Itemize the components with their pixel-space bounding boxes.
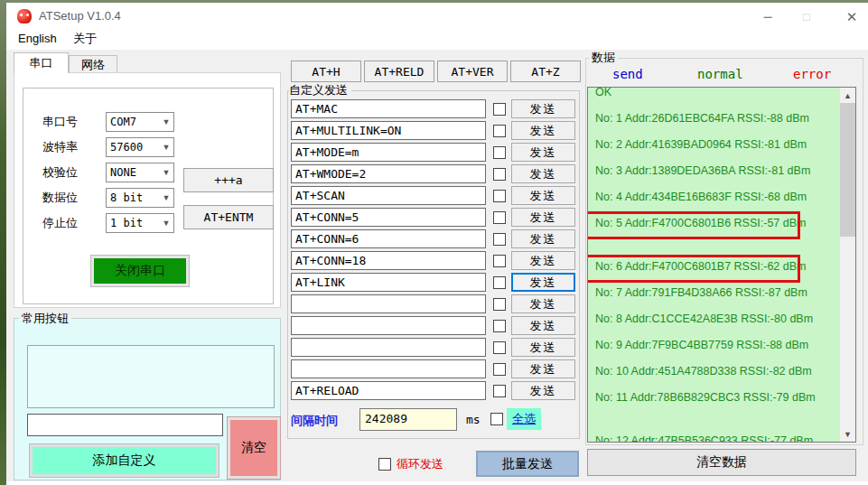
tab-network[interactable]: 网络	[69, 55, 117, 73]
at-ver-button[interactable]: AT+VER	[437, 61, 508, 82]
send-button[interactable]: 发送	[511, 208, 575, 227]
send-button[interactable]: 发送	[511, 229, 575, 248]
command-input[interactable]: AT+SCAN	[291, 186, 486, 205]
clear-data-button[interactable]: 清空数据	[587, 449, 856, 476]
command-row: AT+WMODE=2发送	[291, 164, 576, 183]
command-checkbox[interactable]	[493, 320, 506, 332]
data-line: No: 8 Addr:C1CCE42A8E3B RSSI:-80 dBm	[588, 306, 840, 332]
command-checkbox[interactable]	[493, 168, 506, 181]
loop-send-checkbox[interactable]	[378, 458, 391, 471]
select-all-label[interactable]: 全选	[507, 408, 541, 430]
serial-field-row: 波特率57600▼	[34, 137, 179, 157]
custom-command-input[interactable]	[27, 414, 223, 436]
command-input[interactable]	[291, 338, 486, 357]
field-label: 波特率	[34, 139, 106, 155]
command-checkbox[interactable]	[493, 385, 506, 397]
common-buttons-list[interactable]	[27, 345, 275, 408]
menu-about[interactable]: 关于	[70, 30, 100, 48]
menubar: English 关于	[6, 25, 868, 50]
at-z-button[interactable]: AT+Z	[510, 61, 581, 82]
command-checkbox[interactable]	[493, 341, 506, 354]
command-checkbox[interactable]	[493, 255, 506, 267]
menu-english[interactable]: English	[14, 30, 61, 48]
data-line-highlighted: No: 5 Addr:F4700C6801B6 RSSI:-57 dBm	[588, 210, 840, 237]
field-dropdown[interactable]: 8 bit▼	[106, 188, 174, 208]
interval-input[interactable]: 242089	[359, 408, 457, 431]
data-line: No: 9 Addr:7F9BC4BB7759 RSSI:-88 dBm	[588, 332, 840, 359]
field-label: 数据位	[34, 190, 106, 206]
send-button[interactable]: 发送	[511, 121, 575, 140]
at-reld-button[interactable]: AT+RELD	[364, 61, 434, 82]
batch-send-button[interactable]: 批量发送	[476, 451, 579, 477]
data-scrollbar[interactable]: ▲ ▼	[840, 88, 855, 442]
send-button[interactable]: 发送	[511, 294, 575, 313]
command-row: 发送	[291, 316, 576, 335]
command-input[interactable]	[291, 316, 486, 335]
interval-label: 间隔时间	[291, 413, 338, 429]
at-entm-button[interactable]: AT+ENTM	[183, 205, 274, 229]
legend-send: send	[612, 67, 643, 81]
scrollbar-thumb[interactable]	[840, 103, 855, 237]
select-all-wrap: 全选	[490, 407, 541, 431]
send-button[interactable]: 发送	[511, 316, 575, 335]
command-checkbox[interactable]	[493, 276, 506, 289]
dropdown-value: 1 bit	[107, 217, 159, 229]
tab-serial[interactable]: 串口	[14, 52, 69, 73]
command-checkbox[interactable]	[493, 211, 506, 224]
send-button[interactable]: 发送	[511, 273, 575, 292]
close-serial-button[interactable]: 关闭串口	[94, 258, 186, 284]
add-custom-button[interactable]: 添加自定义	[30, 444, 219, 477]
send-button[interactable]: 发送	[511, 338, 575, 357]
command-input[interactable]	[291, 359, 486, 378]
command-checkbox[interactable]	[493, 363, 506, 376]
select-all-checkbox[interactable]	[490, 413, 503, 425]
close-serial-frame: 关闭串口	[90, 255, 190, 287]
command-input[interactable]: AT+CONN=5	[291, 208, 486, 227]
command-input[interactable]: AT+LINK	[291, 273, 486, 292]
scroll-up-icon[interactable]: ▲	[840, 88, 855, 103]
scroll-down-icon[interactable]: ▼	[840, 426, 855, 442]
command-checkbox[interactable]	[493, 298, 506, 311]
send-button[interactable]: 发送	[511, 251, 575, 270]
send-button[interactable]: 发送	[511, 381, 575, 400]
command-checkbox[interactable]	[493, 190, 506, 202]
command-checkbox[interactable]	[493, 146, 506, 159]
command-input[interactable]: AT+MULTILINK=ON	[291, 121, 486, 140]
send-button[interactable]: 发送	[511, 164, 575, 183]
window-bottom-strip	[6, 481, 868, 485]
send-button[interactable]: 发送	[511, 359, 575, 378]
app-icon	[17, 9, 32, 23]
command-input[interactable]	[291, 294, 486, 313]
command-row: AT+MULTILINK=ON发送	[291, 121, 576, 140]
titlebar[interactable]: ATSetup V1.0.4 ─ □ ✕	[6, 3, 868, 25]
at-h-button[interactable]: AT+H	[291, 61, 361, 82]
field-dropdown[interactable]: COM7▼	[106, 112, 174, 132]
command-row: AT+CONN=6发送	[291, 229, 576, 248]
data-line: No: 4 Addr:434BE16B683F RSSI:-68 dBm	[588, 184, 840, 210]
field-dropdown[interactable]: 1 bit▼	[106, 213, 174, 233]
command-checkbox[interactable]	[493, 103, 506, 116]
data-line-highlighted: No: 6 Addr:F4700C6801B7 RSSI:-62 dBm	[588, 254, 840, 280]
command-input[interactable]: AT+MAC	[291, 99, 486, 118]
command-input[interactable]: AT+CONN=6	[291, 229, 486, 248]
serial-field-row: 数据位8 bit▼	[34, 188, 179, 208]
send-button[interactable]: 发送	[511, 186, 575, 205]
legend-normal: normal	[697, 67, 743, 81]
data-line: No: 1 Addr:26D61EBC64FA RSSI:-88 dBm	[588, 106, 840, 132]
command-row: AT+CONN=5发送	[291, 208, 576, 227]
send-button[interactable]: 发送	[511, 99, 575, 118]
command-row: AT+CONN=18发送	[291, 251, 576, 270]
send-button[interactable]: 发送	[511, 143, 575, 162]
dropdown-value: COM7	[107, 116, 159, 128]
command-checkbox[interactable]	[493, 125, 506, 137]
command-checkbox[interactable]	[493, 233, 506, 246]
serial-fields: 串口号COM7▼波特率57600▼校验位NONE▼数据位8 bit▼停止位1 b…	[34, 112, 179, 238]
command-input[interactable]: AT+CONN=18	[291, 251, 486, 270]
command-input[interactable]: AT+MODE=m	[291, 143, 486, 162]
field-dropdown[interactable]: 57600▼	[106, 137, 174, 157]
plus-a-button[interactable]: +++a	[183, 168, 274, 192]
clear-button[interactable]: 清空	[228, 417, 280, 479]
field-dropdown[interactable]: NONE▼	[106, 163, 174, 182]
command-input[interactable]: AT+RELOAD	[291, 381, 486, 400]
command-input[interactable]: AT+WMODE=2	[291, 164, 486, 183]
